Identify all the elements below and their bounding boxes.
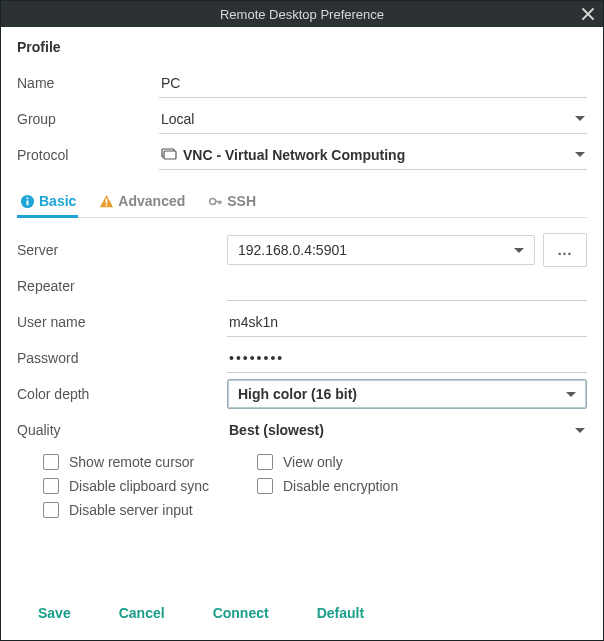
quality-label: Quality <box>17 422 227 438</box>
repeater-label: Repeater <box>17 278 227 294</box>
checkbox-icon <box>257 454 273 470</box>
check-label: Disable encryption <box>283 478 398 494</box>
name-label: Name <box>17 75 159 91</box>
username-label: User name <box>17 314 227 330</box>
username-input[interactable] <box>227 308 587 337</box>
server-combo[interactable]: 192.168.0.4:5901 <box>227 235 535 265</box>
group-label: Group <box>17 111 159 127</box>
check-show-remote-cursor[interactable]: Show remote cursor <box>43 454 257 470</box>
chevron-down-icon <box>575 116 585 121</box>
checkbox-icon <box>43 502 59 518</box>
default-button[interactable]: Default <box>315 601 366 625</box>
window-titlebar: Remote Desktop Preference <box>1 1 603 27</box>
check-view-only[interactable]: View only <box>257 454 398 470</box>
window-title: Remote Desktop Preference <box>220 7 384 22</box>
tab-advanced-label: Advanced <box>118 193 185 209</box>
check-label: Disable clipboard sync <box>69 478 209 494</box>
connect-button[interactable]: Connect <box>211 601 271 625</box>
colordepth-label: Color depth <box>17 386 227 402</box>
svg-point-6 <box>105 204 107 206</box>
repeater-input[interactable] <box>227 272 587 301</box>
close-icon[interactable] <box>579 5 597 23</box>
cancel-button[interactable]: Cancel <box>117 601 167 625</box>
server-more-button[interactable]: ... <box>543 233 587 267</box>
check-label: View only <box>283 454 343 470</box>
more-label: ... <box>558 242 573 258</box>
chevron-down-icon <box>575 152 585 157</box>
chevron-down-icon <box>566 392 576 397</box>
checkbox-icon <box>43 454 59 470</box>
warning-icon <box>98 193 114 209</box>
tab-ssh[interactable]: SSH <box>205 187 258 217</box>
tabs: Basic Advanced SSH <box>17 187 587 218</box>
check-disable-clipboard-sync[interactable]: Disable clipboard sync <box>43 478 257 494</box>
colordepth-value: High color (16 bit) <box>238 386 566 402</box>
password-input[interactable]: •••••••• <box>227 344 587 373</box>
quality-select[interactable]: Best (slowest) <box>227 416 587 444</box>
check-label: Show remote cursor <box>69 454 194 470</box>
dialog-footer: Save Cancel Connect Default <box>0 587 604 641</box>
group-value: Local <box>161 111 575 127</box>
profile-heading: Profile <box>17 39 587 55</box>
svg-point-7 <box>209 198 215 204</box>
protocol-combo[interactable]: VNC - Virtual Network Computing <box>159 141 587 170</box>
check-disable-encryption[interactable]: Disable encryption <box>257 478 398 494</box>
svg-point-4 <box>26 197 28 199</box>
chevron-down-icon <box>514 248 524 253</box>
svg-rect-5 <box>105 198 107 203</box>
check-label: Disable server input <box>69 502 193 518</box>
password-label: Password <box>17 350 227 366</box>
key-icon <box>207 193 223 209</box>
server-value: 192.168.0.4:5901 <box>238 242 514 258</box>
info-icon <box>19 193 35 209</box>
quality-value: Best (slowest) <box>229 422 575 438</box>
tab-ssh-label: SSH <box>227 193 256 209</box>
tab-basic-label: Basic <box>39 193 76 209</box>
colordepth-select[interactable]: High color (16 bit) <box>227 379 587 409</box>
protocol-label: Protocol <box>17 147 159 163</box>
checkbox-icon <box>257 478 273 494</box>
name-input[interactable] <box>159 69 587 98</box>
protocol-value: VNC - Virtual Network Computing <box>183 147 575 163</box>
check-disable-server-input[interactable]: Disable server input <box>43 502 257 518</box>
tab-basic[interactable]: Basic <box>17 187 78 217</box>
checkbox-icon <box>43 478 59 494</box>
group-combo[interactable]: Local <box>159 105 587 134</box>
tab-advanced[interactable]: Advanced <box>96 187 187 217</box>
save-button[interactable]: Save <box>36 601 73 625</box>
chevron-down-icon <box>575 428 585 433</box>
svg-rect-3 <box>26 200 28 205</box>
monitor-icon <box>161 148 177 162</box>
svg-rect-1 <box>164 151 176 159</box>
server-label: Server <box>17 242 227 258</box>
